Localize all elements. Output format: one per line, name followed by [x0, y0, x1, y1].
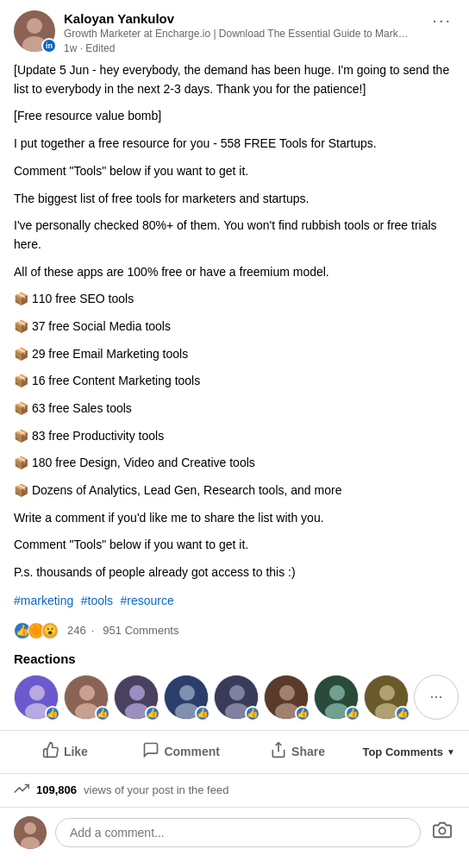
- current-user-avatar: [14, 816, 47, 849]
- comment-count[interactable]: 951 Comments: [103, 624, 178, 637]
- author-title: Growth Marketer at Encharge.io | Downloa…: [64, 28, 409, 41]
- share-button[interactable]: Share: [240, 734, 356, 770]
- like-label: Like: [64, 745, 88, 758]
- list-item-8: 📦 Dozens of Analytics, Lead Gen, Researc…: [14, 481, 455, 500]
- list-item-3: 📦 29 free Email Marketing tools: [14, 345, 455, 364]
- list-item-5: 📦 63 free Sales tools: [14, 399, 455, 418]
- post-para-2: [Free resource value bomb]: [14, 107, 455, 126]
- svg-point-4: [29, 685, 45, 701]
- author-name[interactable]: Kaloyan Yankulov: [64, 10, 409, 28]
- linkedin-badge: in: [41, 38, 57, 53]
- list-item-7: 📦 180 free Design, Video and Creative to…: [14, 454, 455, 473]
- post-para-5: The biggest list of free tools for marke…: [14, 190, 455, 209]
- reactor-avatar-5[interactable]: 👍: [214, 675, 259, 720]
- list-item-2: 📦 37 free Social Media tools: [14, 318, 455, 337]
- top-comments-button[interactable]: Top Comments ▼: [355, 739, 462, 765]
- reactor-badge-7: 👍: [345, 706, 360, 721]
- reactor-badge-8: 👍: [395, 706, 410, 721]
- comment-input-row: [0, 808, 469, 858]
- svg-point-1: [27, 18, 42, 34]
- reaction-icons: 👍 🧡 😮: [14, 622, 55, 639]
- post-para-9: Comment "Tools" below if you want to get…: [14, 536, 455, 555]
- author-info: Kaloyan Yankulov Growth Marketer at Ench…: [64, 10, 409, 54]
- svg-point-7: [79, 685, 95, 701]
- reactions-section: Reactions 👍: [0, 645, 469, 723]
- views-count: 109,806: [36, 783, 77, 796]
- reactor-avatar-8[interactable]: 👍: [364, 675, 409, 720]
- more-options-button[interactable]: ···: [428, 10, 455, 30]
- hashtag-marketing[interactable]: #marketing: [14, 594, 73, 607]
- chart-icon: [14, 781, 29, 800]
- like-icon: [42, 741, 59, 763]
- post-para-1: [Update 5 Jun - hey everybody, the deman…: [14, 61, 455, 98]
- post-para-10: P.s. thousands of people already got acc…: [14, 563, 455, 582]
- hashtags: #marketing #tools #resource: [0, 589, 469, 617]
- post-para-3: I put together a free resource for you -…: [14, 135, 455, 154]
- post-para-6: I've personally checked 80%+ of them. Yo…: [14, 217, 455, 254]
- post-para-7: All of these apps are 100% free or have …: [14, 263, 455, 282]
- svg-point-13: [179, 685, 195, 701]
- list-item-6: 📦 83 free Productivity tools: [14, 427, 455, 446]
- hashtag-resource[interactable]: #resource: [121, 594, 174, 607]
- reactor-badge-2: 👍: [95, 706, 110, 721]
- reactor-badge-5: 👍: [245, 706, 260, 721]
- svg-point-22: [329, 685, 345, 701]
- comment-icon: [142, 741, 159, 763]
- views-text: views of your post in the feed: [84, 783, 228, 796]
- post-container: in Kaloyan Yankulov Growth Marketer at E…: [0, 0, 469, 858]
- reactor-badge-3: 👍: [145, 706, 160, 721]
- svg-point-16: [229, 685, 245, 701]
- hashtag-tools[interactable]: #tools: [81, 594, 113, 607]
- top-comments-label: Top Comments: [362, 745, 443, 758]
- reactor-avatar-4[interactable]: 👍: [164, 675, 209, 720]
- list-item-4: 📦 16 free Content Marketing tools: [14, 372, 455, 391]
- svg-point-19: [279, 685, 295, 701]
- reactions-label: Reactions: [14, 651, 455, 666]
- reactions-avatars: 👍 👍: [14, 675, 455, 720]
- reaction-count[interactable]: 246: [67, 624, 86, 637]
- reactor-avatar-3[interactable]: 👍: [114, 675, 159, 720]
- post-header: in Kaloyan Yankulov Growth Marketer at E…: [0, 0, 469, 61]
- list-item-1: 📦 110 free SEO tools: [14, 290, 455, 309]
- wow-reaction-icon: 😮: [41, 622, 59, 639]
- svg-point-31: [439, 828, 445, 834]
- comment-button[interactable]: Comment: [123, 734, 240, 770]
- reactor-badge-6: 👍: [295, 706, 310, 721]
- views-row: 109,806 views of your post in the feed: [0, 774, 469, 808]
- share-icon: [270, 741, 287, 763]
- post-para-8: Write a comment if you'd like me to shar…: [14, 509, 455, 528]
- reactor-badge-1: 👍: [45, 706, 60, 721]
- reactions-count-row: 👍 🧡 😮 246 · 951 Comments: [0, 617, 469, 645]
- camera-icon[interactable]: [429, 821, 455, 844]
- more-reactions-button[interactable]: ···: [414, 675, 459, 720]
- comment-input[interactable]: [55, 818, 421, 847]
- reactor-avatar-1[interactable]: 👍: [14, 675, 59, 720]
- svg-point-10: [129, 685, 145, 701]
- svg-point-25: [379, 685, 395, 701]
- svg-point-29: [24, 822, 36, 834]
- share-label: Share: [291, 745, 325, 758]
- action-bar: Like Comment Share Top Comments ▼: [0, 730, 469, 774]
- like-button[interactable]: Like: [7, 734, 123, 770]
- reactor-badge-4: 👍: [195, 706, 210, 721]
- author-avatar-wrapper: in: [14, 10, 55, 52]
- reactor-avatar-2[interactable]: 👍: [64, 675, 109, 720]
- post-header-left: in Kaloyan Yankulov Growth Marketer at E…: [14, 10, 409, 54]
- post-para-4: Comment "Tools" below if you want to get…: [14, 162, 455, 181]
- post-content: [Update 5 Jun - hey everybody, the deman…: [0, 61, 469, 589]
- reactor-avatar-7[interactable]: 👍: [314, 675, 359, 720]
- reactor-avatar-6[interactable]: 👍: [264, 675, 309, 720]
- chevron-down-icon: ▼: [447, 747, 455, 757]
- comment-label: Comment: [164, 745, 220, 758]
- post-meta: 1w · Edited: [64, 42, 409, 54]
- dot-separator: ·: [91, 624, 95, 637]
